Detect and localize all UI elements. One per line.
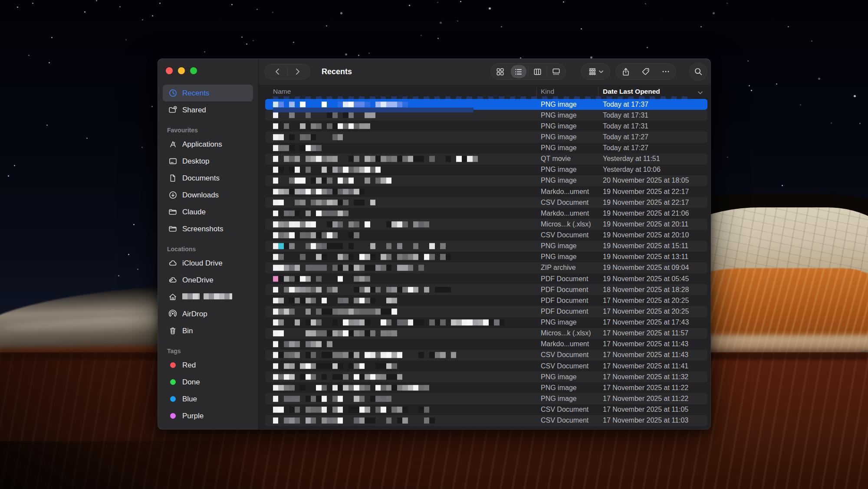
table-row[interactable]: CSV Document19 November 2025 at 20:10 — [259, 230, 711, 241]
tag-button[interactable] — [641, 67, 650, 76]
redaction-block — [327, 265, 332, 271]
redaction-block — [343, 221, 348, 227]
sidebar-item-desktop[interactable]: Desktop — [163, 153, 253, 170]
redaction-block — [295, 178, 300, 184]
sidebar-item-downloads[interactable]: Downloads — [163, 187, 253, 203]
close-button[interactable] — [166, 67, 173, 74]
redaction-block — [343, 200, 348, 206]
table-row[interactable]: PNG image20 November 2025 at 18:05 — [259, 175, 711, 186]
redaction-block — [370, 156, 375, 162]
table-row[interactable]: PNG image19 November 2025 at 15:11 — [259, 241, 711, 252]
redaction-block — [278, 374, 283, 380]
table-row[interactable]: PNG imageToday at 17:27 — [259, 143, 711, 154]
sidebar-item-onedrive[interactable]: OneDrive — [163, 272, 253, 289]
column-view-button[interactable] — [528, 64, 547, 79]
redaction-block — [327, 167, 332, 173]
table-row[interactable]: QT movieYesterday at 11:51 — [259, 154, 711, 164]
table-row[interactable]: PNG image17 November 2025 at 11:32 — [259, 371, 711, 382]
sidebar-item-icloud-drive[interactable]: iCloud Drive — [163, 255, 253, 272]
table-row[interactable]: PNG image19 November 2025 at 13:11 — [259, 252, 711, 263]
redaction-block — [284, 363, 289, 369]
sidebar-item-airdrop[interactable]: AirDrop — [163, 305, 253, 322]
table-row[interactable]: Micros...k (.xlsx)19 November 2025 at 20… — [259, 219, 711, 230]
redaction-block — [316, 178, 321, 184]
sidebar-item-documents[interactable]: Documents — [163, 170, 253, 187]
table-row[interactable]: PNG imageToday at 17:31 — [259, 121, 711, 131]
gallery-view-button[interactable] — [547, 64, 566, 79]
redaction-block — [289, 341, 294, 348]
table-row[interactable]: PNG imageYesterday at 10:06 — [259, 164, 711, 175]
redaction-block — [300, 178, 305, 184]
redaction-block — [311, 221, 316, 227]
redaction-block — [327, 232, 332, 238]
minimize-button[interactable] — [178, 67, 185, 74]
redaction-block — [338, 352, 343, 358]
sidebar-item-purple[interactable]: Purple — [163, 407, 253, 424]
forward-button[interactable] — [288, 64, 308, 79]
table-row[interactable]: CSV Document17 November 2025 at 11:43 — [259, 350, 711, 361]
redaction-block — [354, 396, 359, 402]
icon-view-button[interactable] — [491, 64, 510, 79]
table-row[interactable]: PDF Document19 November 2025 at 05:45 — [259, 273, 711, 284]
table-row[interactable]: PNG imageToday at 17:27 — [259, 131, 711, 142]
redaction-block — [332, 112, 338, 118]
redaction-block — [332, 396, 338, 402]
more-button[interactable] — [661, 67, 670, 76]
table-row[interactable]: PDF Document17 November 2025 at 20:25 — [259, 306, 711, 317]
column-divider[interactable] — [598, 87, 598, 96]
redaction-block — [370, 319, 375, 325]
share-button[interactable] — [621, 67, 630, 76]
table-row[interactable]: ZIP archive19 November 2025 at 09:04 — [259, 263, 711, 273]
sidebar-item-blue[interactable]: Blue — [163, 391, 253, 407]
sidebar-item-home[interactable] — [163, 289, 253, 305]
redaction-block — [300, 385, 305, 391]
file-kind: PNG image — [541, 395, 577, 403]
redaction-block — [413, 407, 418, 413]
table-row[interactable]: CSV Document17 November 2025 at 11:05 — [259, 404, 711, 415]
sidebar-item-claude[interactable]: Claude — [163, 203, 253, 220]
column-header-name[interactable]: Name — [273, 88, 291, 95]
column-header-kind[interactable]: Kind — [541, 88, 554, 95]
table-row[interactable]: PNG image17 November 2025 at 11:22 — [259, 382, 711, 393]
table-row[interactable]: CSV Document17 November 2025 at 11:41 — [259, 361, 711, 371]
redaction-block — [300, 298, 305, 304]
search-button[interactable] — [689, 62, 707, 81]
sidebar-item-screenshots[interactable]: Screenshots — [163, 220, 253, 237]
sidebar-item-shared[interactable]: Shared — [163, 102, 253, 118]
table-row[interactable]: CSV Document19 November 2025 at 22:17 — [259, 197, 711, 208]
table-row[interactable]: PNG image17 November 2025 at 17:43 — [259, 317, 711, 328]
list-view-button[interactable] — [510, 64, 528, 79]
redaction-block — [349, 276, 354, 282]
column-header-date-last-opened[interactable]: Date Last Opened — [603, 88, 660, 95]
desktop-icon — [166, 157, 179, 166]
group-by-button[interactable] — [581, 63, 610, 80]
redaction-block — [397, 352, 402, 358]
redaction-block — [365, 102, 370, 108]
sidebar-item-applications[interactable]: Applications — [163, 136, 253, 153]
redaction-block — [418, 156, 424, 162]
table-row[interactable]: PDF Document18 November 2025 at 18:28 — [259, 284, 711, 295]
tag-color-dot — [170, 413, 176, 419]
redaction-block — [359, 352, 365, 358]
table-row[interactable]: Markdo...ument19 November 2025 at 22:17 — [259, 186, 711, 197]
table-row[interactable]: Markdo...ument19 November 2025 at 21:06 — [259, 208, 711, 219]
table-row[interactable]: Micros...k (.xlsx)17 November 2025 at 11… — [259, 328, 711, 339]
redaction-block — [381, 221, 386, 227]
table-row[interactable]: PNG image17 November 2025 at 11:22 — [259, 393, 711, 404]
sidebar-item-bin[interactable]: Bin — [163, 322, 253, 339]
folder-icon — [166, 207, 179, 217]
column-divider[interactable] — [536, 87, 537, 96]
table-row[interactable]: PDF Document17 November 2025 at 20:25 — [259, 295, 711, 306]
zoom-button[interactable] — [190, 67, 197, 74]
sidebar-item-red[interactable]: Red — [163, 357, 253, 374]
redaction-block — [284, 156, 289, 162]
back-button[interactable] — [267, 64, 287, 79]
redaction-block — [375, 396, 381, 402]
table-row[interactable]: Markdo...ument17 November 2025 at 11:43 — [259, 339, 711, 350]
table-row[interactable]: CSV Document17 November 2025 at 11:03 — [259, 415, 711, 426]
sidebar-item-done[interactable]: Done — [163, 374, 253, 391]
sidebar-item-recents[interactable]: Recents — [163, 85, 253, 102]
redaction-block — [359, 167, 365, 173]
table-row[interactable]: PNG imageToday at 17:37 — [259, 99, 711, 110]
redaction-block — [306, 352, 311, 358]
